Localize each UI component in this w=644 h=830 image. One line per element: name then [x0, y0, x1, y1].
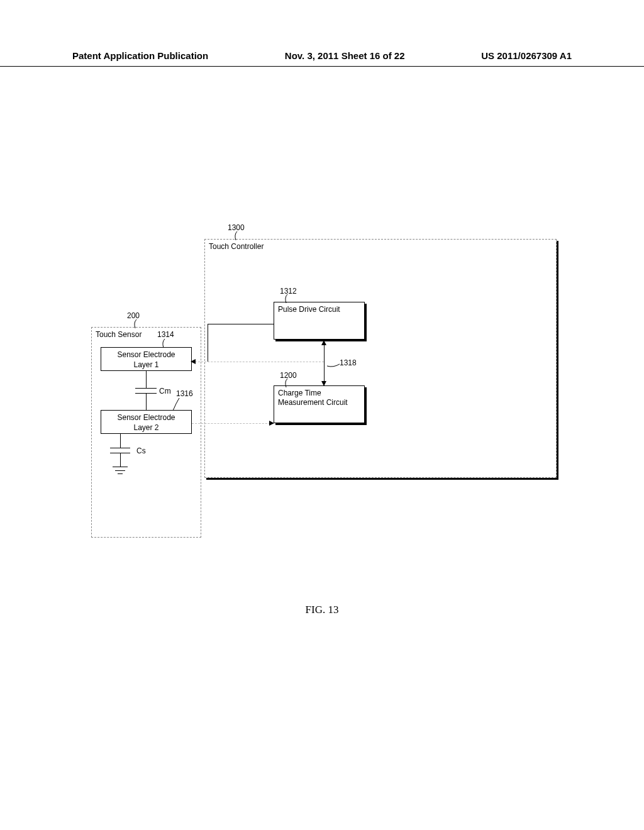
cm-label: Cm: [159, 387, 171, 396]
arrow-to-chargetime: [269, 421, 274, 426]
wire-pulse-down: [208, 324, 208, 362]
charge-time-line1: Charge Time: [278, 389, 360, 398]
wire-from-layer2: [192, 423, 274, 424]
touch-controller-box: Touch Controller: [204, 239, 557, 478]
wire-to-layer1: [192, 362, 324, 362]
header-center: Nov. 3, 2011 Sheet 16 of 22: [285, 50, 405, 61]
leader-touch-controller: [234, 231, 243, 241]
pulse-drive-box: Pulse Drive Circuit: [274, 302, 365, 340]
cs-label: Cs: [136, 446, 146, 455]
ref-1318: 1318: [340, 358, 357, 367]
wire-cs-to-gnd: [120, 453, 121, 467]
arrow-to-layer1: [191, 359, 196, 364]
wire-layer1-to-cm: [146, 371, 147, 388]
leader-touch-sensor: [133, 319, 143, 329]
leader-charge-time: [284, 379, 294, 388]
wire-1318: [324, 341, 325, 385]
arrow-1318-down: [321, 381, 326, 386]
ref-touch-sensor: 200: [127, 311, 140, 320]
diagram-container: Touch Controller 1300 Touch Sensor 200 1…: [91, 223, 557, 550]
cap-cs-top: [110, 448, 130, 448]
touch-sensor-label: Touch Sensor: [92, 328, 201, 341]
sensor-layer2-line1: Sensor Electrode: [101, 412, 191, 423]
charge-time-box: Charge Time Measurement Circuit: [274, 385, 365, 423]
ref-layer2: 1316: [176, 389, 193, 398]
ref-layer1: 1314: [157, 330, 174, 339]
sensor-layer1-line2: Layer 1: [101, 360, 191, 370]
sensor-layer2-box: Sensor Electrode Layer 2: [101, 410, 192, 434]
cap-cm-top: [135, 388, 157, 389]
pulse-drive-label: Pulse Drive Circuit: [274, 302, 364, 316]
header-left: Patent Application Publication: [72, 50, 208, 61]
sensor-layer2-line2: Layer 2: [101, 423, 191, 433]
arrow-1318-up: [321, 340, 326, 345]
figure-label: FIG. 13: [306, 604, 339, 616]
ref-touch-controller: 1300: [228, 223, 245, 232]
wire-pulse-left: [208, 324, 274, 324]
gnd-3: [118, 473, 123, 474]
wire-cm-to-layer2: [146, 393, 147, 410]
wire-layer2-to-cs: [120, 434, 121, 448]
header-right: US 2011/0267309 A1: [481, 50, 572, 61]
leader-pulse-drive: [284, 294, 294, 304]
sensor-layer1-box: Sensor Electrode Layer 1: [101, 347, 192, 371]
leader-1318: [327, 363, 341, 369]
page-header: Patent Application Publication Nov. 3, 2…: [0, 50, 644, 67]
gnd-1: [113, 467, 128, 467]
charge-time-line2: Measurement Circuit: [278, 398, 360, 407]
gnd-2: [115, 470, 125, 471]
sensor-layer1-line1: Sensor Electrode: [101, 350, 191, 360]
touch-controller-label: Touch Controller: [205, 240, 556, 253]
